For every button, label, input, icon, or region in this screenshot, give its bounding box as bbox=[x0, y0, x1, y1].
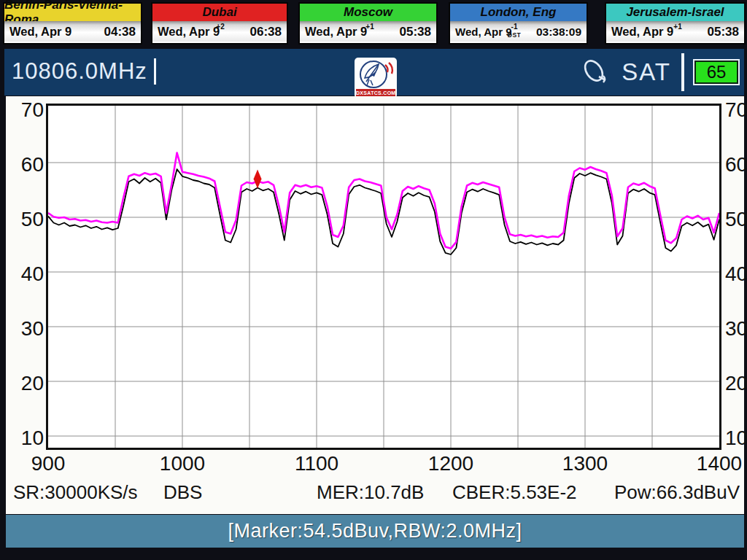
y-axis-tick-label: 40 bbox=[725, 262, 747, 286]
y-axis-tick-label: 20 bbox=[725, 372, 747, 395]
clock-city-label: London, Eng bbox=[450, 4, 587, 21]
clock-time: 05:38 bbox=[708, 25, 739, 39]
clock-body: Wed, Apr 9 +2 06:38 bbox=[152, 21, 287, 42]
clock-utc-offset: +2 bbox=[208, 22, 233, 30]
clock-time: 03:38:09 bbox=[536, 26, 581, 39]
x-axis-tick-label: 1300 bbox=[552, 452, 618, 475]
clock-time: 05:38 bbox=[400, 25, 431, 39]
y-axis-tick-label: 50 bbox=[725, 208, 747, 231]
y-axis-tick-label: 10 bbox=[725, 427, 747, 450]
y-axis-tick-label: 30 bbox=[725, 317, 747, 341]
y-axis-tick-label: 20 bbox=[10, 372, 44, 395]
y-axis-tick-label: 10 bbox=[10, 427, 44, 450]
signal-level-badge: 65 bbox=[694, 61, 738, 84]
y-axis-tick-label: 40 bbox=[10, 262, 44, 286]
clock-body: Wed, Apr 9 +1 05:38 bbox=[606, 21, 744, 42]
y-axis-tick-label: 60 bbox=[10, 153, 44, 176]
y-axis-tick-label: 30 bbox=[10, 317, 44, 341]
clock-utc-offset: +1 bbox=[357, 22, 382, 30]
separator bbox=[681, 53, 684, 91]
status-mer: MER:10.7dB bbox=[317, 481, 424, 504]
clock-panel: Moscow Wed, Apr 9 +1 05:38 bbox=[298, 2, 438, 44]
y-axis-tick-label: 70 bbox=[725, 98, 747, 122]
frequency-input[interactable]: 10806.0MHz bbox=[12, 58, 156, 85]
marker-info-text: [Marker:54.5dBuv,RBW:2.0MHz] bbox=[228, 520, 522, 542]
x-axis-tick-label: 1400 bbox=[686, 452, 747, 475]
frequency-value: 10806.0MHz bbox=[12, 58, 147, 85]
clock-body: Wed, Apr 9 04:38 bbox=[4, 21, 141, 42]
satellite-dish-icon bbox=[579, 58, 613, 87]
clock-date: Wed, Apr 9 bbox=[611, 25, 673, 39]
status-power: Pow:66.3dBuV bbox=[614, 481, 740, 504]
clock-body: Wed, Apr 9 -1 DST 03:38:09 bbox=[450, 21, 587, 42]
x-axis-tick-label: 1100 bbox=[284, 452, 349, 475]
dxsatcs-logo: DXSATCS.COM bbox=[355, 58, 397, 98]
clock-city-label: Jerusalem-Israel bbox=[606, 4, 744, 21]
status-system: DBS bbox=[163, 481, 202, 504]
clock-panel: Jerusalem-Israel Wed, Apr 9 +1 05:38 bbox=[605, 2, 746, 44]
clock-panel: Berlin-Paris-Vienna-Roma Wed, Apr 9 04:3… bbox=[3, 2, 142, 44]
clock-city-label: Berlin-Paris-Vienna-Roma bbox=[4, 4, 141, 21]
y-axis-tick-label: 70 bbox=[10, 98, 44, 122]
clock-time: 06:38 bbox=[250, 25, 282, 39]
clock-body: Wed, Apr 9 +1 05:38 bbox=[300, 21, 436, 42]
y-axis-tick-label: 60 bbox=[725, 153, 747, 176]
status-symbol-rate: SR:30000KS/s bbox=[13, 481, 138, 504]
marker-diamond-icon[interactable] bbox=[254, 170, 262, 189]
satmeter-screen: Berlin-Paris-Vienna-Roma Wed, Apr 9 04:3… bbox=[0, 0, 747, 560]
clock-utc-offset: +1 bbox=[665, 22, 690, 30]
marker-info-bar: [Marker:54.5dBuv,RBW:2.0MHz] bbox=[6, 515, 744, 548]
sat-status-group: SAT 65 bbox=[579, 49, 738, 96]
x-axis-tick-label: 1000 bbox=[150, 452, 215, 475]
text-cursor bbox=[154, 58, 156, 85]
y-axis-tick-label: 50 bbox=[10, 208, 44, 231]
clock-date: Wed, Apr 9 bbox=[9, 25, 71, 39]
x-axis-tick-label: 900 bbox=[15, 452, 81, 475]
clock-panel: London, Eng Wed, Apr 9 -1 DST 03:38:09 bbox=[449, 2, 588, 44]
clock-time: 04:38 bbox=[104, 25, 136, 39]
x-axis-tick-label: 1200 bbox=[418, 452, 484, 475]
spectrum-panel: 7070606050504040303020201010900100011001… bbox=[6, 96, 744, 514]
sat-label: SAT bbox=[622, 58, 671, 86]
spectrum-plot[interactable] bbox=[46, 104, 721, 450]
clock-city-label: Dubai bbox=[152, 4, 287, 21]
clock-panel: Dubai Wed, Apr 9 +2 06:38 bbox=[151, 2, 288, 44]
header-bar: 10806.0MHz DXSATCS.COM SAT 6 bbox=[4, 49, 744, 96]
clock-city-label: Moscow bbox=[300, 4, 436, 21]
status-cber: CBER:5.53E-2 bbox=[452, 481, 577, 504]
clock-utc-offset: -1 DST bbox=[502, 22, 527, 39]
